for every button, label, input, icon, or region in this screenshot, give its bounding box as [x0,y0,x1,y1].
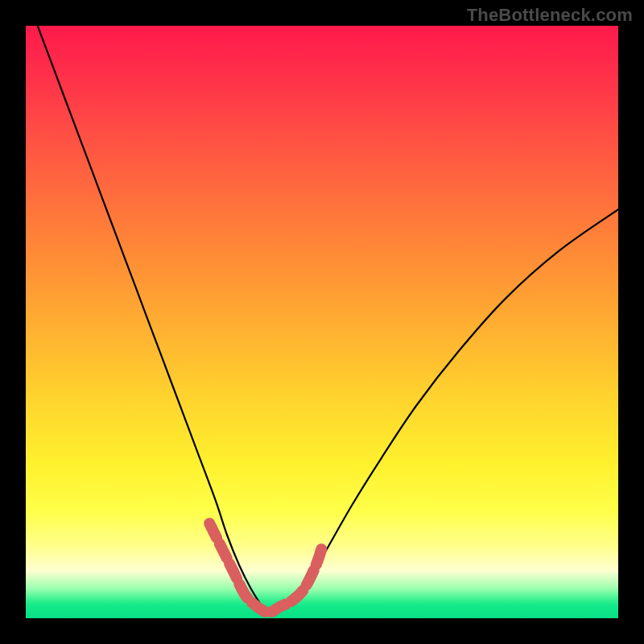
bottleneck-curve [38,26,618,613]
outer-black-frame: TheBottleneck.com [0,0,644,644]
trough-highlight [209,523,322,612]
plot-area [26,26,618,618]
curve-layer [26,26,618,618]
watermark-text: TheBottleneck.com [467,5,633,26]
